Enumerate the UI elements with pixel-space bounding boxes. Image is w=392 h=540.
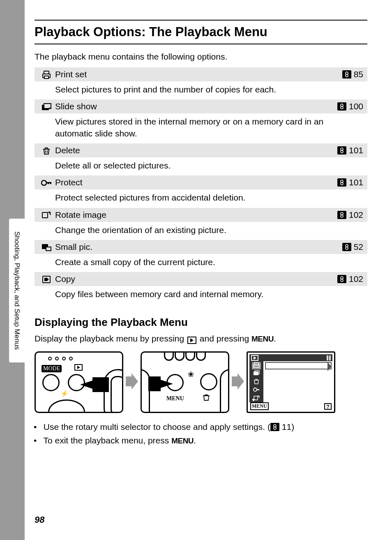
svg-point-8 bbox=[341, 104, 343, 106]
svg-rect-33 bbox=[254, 365, 259, 367]
intro-text: The playback menu contains the following… bbox=[35, 52, 367, 62]
svg-point-40 bbox=[274, 427, 276, 429]
svg-point-12 bbox=[42, 180, 46, 185]
options-table: Print set85Select pictures to print and … bbox=[35, 67, 367, 305]
page-ref-icon bbox=[337, 102, 346, 111]
svg-point-26 bbox=[341, 277, 343, 279]
dial-icon bbox=[200, 373, 217, 390]
svg-point-13 bbox=[341, 180, 343, 182]
svg-marker-29 bbox=[126, 373, 138, 390]
page-reference: 85 bbox=[342, 69, 363, 79]
svg-point-11 bbox=[341, 150, 343, 153]
copy-icon bbox=[38, 275, 55, 284]
press-arrow-icon bbox=[148, 376, 173, 393]
option-name: Copy bbox=[55, 274, 337, 284]
print-set-icon bbox=[38, 70, 55, 78]
note-text: To exit the playback menu, press bbox=[43, 436, 171, 445]
instruct-mid: and pressing bbox=[197, 334, 251, 343]
slide-show-icon bbox=[38, 102, 55, 111]
option-row: Copy102Copy files between memory card an… bbox=[35, 272, 367, 304]
option-header: Protect101 bbox=[35, 175, 367, 189]
page-reference: 102 bbox=[337, 210, 363, 220]
svg-rect-2 bbox=[44, 76, 48, 78]
page-ref-icon bbox=[337, 275, 346, 283]
display-instruction: Display the playback menu by pressing an… bbox=[35, 332, 367, 345]
scroll-down-icon bbox=[252, 399, 255, 402]
svg-point-36 bbox=[254, 388, 257, 391]
section-tab: Shooting, Playback, and Setup Menus bbox=[9, 219, 25, 362]
diagram-camera-top-1: MODE ⚡ bbox=[35, 351, 123, 413]
page-ref-icon bbox=[342, 70, 351, 78]
notes-list: Use the rotary multi selector to choose … bbox=[35, 420, 367, 447]
svg-point-39 bbox=[274, 425, 276, 427]
protect-icon bbox=[38, 178, 55, 187]
dial-icon bbox=[42, 374, 60, 391]
page-ref-icon bbox=[270, 423, 279, 431]
option-row: Slide show100View pictures stored in the… bbox=[35, 99, 367, 143]
menu-item-print-set-icon bbox=[252, 362, 261, 369]
svg-point-18 bbox=[341, 215, 343, 217]
svg-point-17 bbox=[341, 212, 343, 215]
note-text: Use the rotary multi selector to choose … bbox=[44, 422, 270, 432]
svg-rect-20 bbox=[46, 247, 51, 251]
note-page: 11 bbox=[282, 422, 291, 432]
option-header: Rotate image102 bbox=[35, 208, 367, 222]
lcd-bottom-bar: MENU ? bbox=[249, 402, 332, 410]
menu-item-delete-icon bbox=[252, 378, 261, 386]
svg-marker-30 bbox=[148, 376, 173, 391]
speaker-dots-icon bbox=[48, 357, 73, 360]
svg-point-9 bbox=[341, 106, 343, 109]
menu-button-label: MENU bbox=[166, 395, 184, 402]
command-dial-icon bbox=[104, 369, 123, 413]
svg-rect-32 bbox=[254, 362, 258, 365]
menu-item-slide-show-icon bbox=[252, 370, 261, 378]
lens-arc-icon bbox=[48, 399, 85, 413]
option-name: Print set bbox=[55, 69, 342, 79]
svg-rect-24 bbox=[44, 278, 46, 281]
menu-item-protect-icon bbox=[252, 387, 261, 394]
svg-point-22 bbox=[346, 247, 348, 249]
page-ref-number: 52 bbox=[354, 242, 363, 252]
flow-arrow-icon bbox=[232, 373, 244, 391]
page-reference: 52 bbox=[342, 242, 363, 252]
delete-icon bbox=[38, 146, 55, 155]
battery-icon bbox=[327, 355, 331, 360]
diagram-lcd-menu: MENU ? bbox=[247, 351, 335, 413]
option-description: Delete all or selected pictures. bbox=[35, 157, 367, 175]
page-ref-number: 102 bbox=[349, 210, 363, 220]
option-description: Copy files between memory card and inter… bbox=[35, 286, 367, 304]
top-rule bbox=[35, 20, 367, 21]
lcd-title-bar bbox=[249, 354, 332, 361]
page-ref-number: 102 bbox=[349, 274, 363, 284]
page-title: Playback Options: The Playback Menu bbox=[35, 25, 367, 44]
section-tab-label: Shooting, Playback, and Setup Menus bbox=[13, 231, 21, 350]
svg-point-14 bbox=[341, 182, 343, 185]
lcd-menu-main bbox=[263, 361, 332, 402]
subheading: Displaying the Playback Menu bbox=[35, 316, 367, 329]
svg-point-27 bbox=[341, 279, 343, 282]
manual-page: Playback Options: The Playback Menu The … bbox=[25, 0, 392, 540]
page-ref-number: 100 bbox=[349, 102, 363, 111]
svg-rect-7 bbox=[49, 108, 51, 109]
svg-rect-0 bbox=[44, 71, 49, 74]
option-header: Small pic.52 bbox=[35, 240, 367, 254]
option-description: Create a small copy of the current pictu… bbox=[35, 254, 367, 272]
page-reference: 101 bbox=[337, 145, 363, 155]
option-description: View pictures stored in the internal mem… bbox=[35, 113, 367, 143]
option-row: Rotate image102Change the orientation of… bbox=[35, 208, 367, 240]
diagram-camera-back: ❀ MENU bbox=[141, 351, 229, 413]
svg-point-3 bbox=[346, 72, 348, 74]
page-ref-number: 101 bbox=[349, 178, 363, 187]
playback-mode-icon bbox=[251, 355, 258, 361]
menu-soft-button: MENU bbox=[250, 402, 269, 410]
page-ref-number: 85 bbox=[354, 69, 363, 79]
svg-rect-15 bbox=[42, 212, 48, 218]
macro-icon: ❀ bbox=[188, 370, 194, 379]
option-description: Select pictures to print and the number … bbox=[35, 81, 367, 99]
option-row: Protect101Protect selected pictures from… bbox=[35, 175, 367, 208]
menu-highlight-bar bbox=[265, 362, 332, 369]
note-text: ) bbox=[291, 422, 294, 432]
svg-marker-31 bbox=[232, 373, 244, 390]
svg-point-21 bbox=[346, 245, 348, 247]
instruct-pre: Display the playback menu by pressing bbox=[35, 334, 187, 343]
